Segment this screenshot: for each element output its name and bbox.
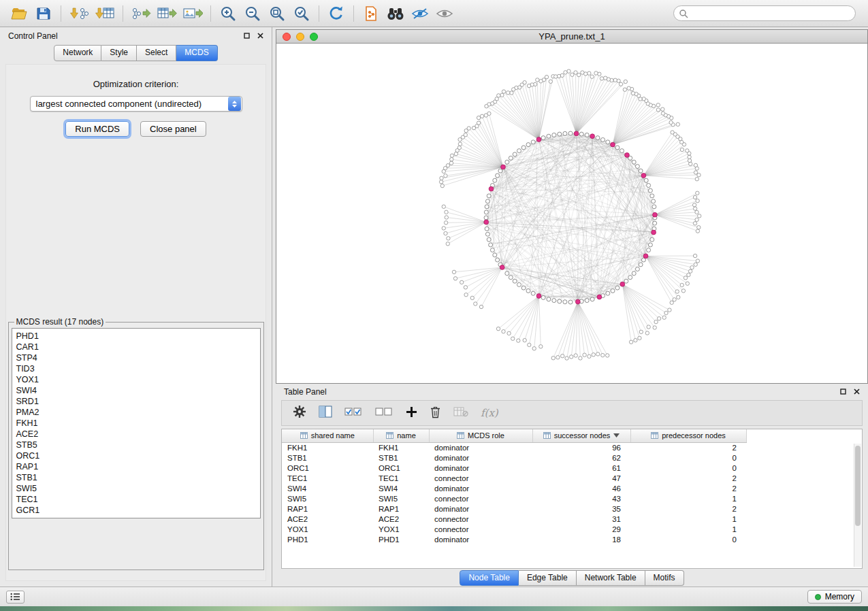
table-row[interactable]: SWI5SWI5connector431: [282, 493, 746, 503]
mcds-result-item[interactable]: STB1: [16, 472, 256, 483]
mcds-result-item[interactable]: CAR1: [16, 342, 256, 352]
mcds-panel-body: Optimization criterion: largest connecte…: [5, 64, 266, 581]
column-header-predecessor-nodes[interactable]: predecessor nodes: [630, 429, 746, 442]
tab-style[interactable]: Style: [101, 45, 137, 61]
window-minimize-button[interactable]: [296, 33, 304, 41]
criterion-dropdown[interactable]: largest connected component (undirected): [30, 96, 242, 112]
mcds-result-list[interactable]: PHD1CAR1STP4TID3YOX1SWI4SRD1PMA2FKH1ACE2…: [12, 328, 261, 518]
mcds-result-box: MCDS result (17 nodes) PHD1CAR1STP4TID3Y…: [8, 317, 264, 570]
zoom-fit-icon[interactable]: [265, 3, 289, 24]
hide-details-icon[interactable]: [408, 3, 432, 24]
search-input[interactable]: [673, 5, 856, 21]
table-row[interactable]: RAP1RAP1dominator352: [282, 503, 746, 514]
table-tab-motifs[interactable]: Motifs: [645, 570, 684, 586]
window-close-button[interactable]: [283, 33, 291, 41]
table-row[interactable]: ORC1ORC1dominator610: [282, 463, 746, 473]
add-column-icon[interactable]: [406, 406, 417, 420]
mcds-result-item[interactable]: TID3: [16, 363, 256, 374]
mcds-result-item[interactable]: RAP1: [16, 461, 256, 472]
mcds-result-item[interactable]: SRD1: [16, 396, 256, 407]
column-type-icon: [386, 432, 393, 439]
column-layout-icon[interactable]: [319, 406, 332, 420]
column-header-successor-nodes[interactable]: successor nodes: [532, 429, 630, 442]
task-history-button[interactable]: [6, 591, 25, 604]
settings-gear-icon[interactable]: [293, 405, 306, 421]
mcds-result-item[interactable]: ORC1: [16, 450, 256, 461]
memory-button[interactable]: Memory: [807, 590, 862, 604]
zoom-in-icon[interactable]: [216, 3, 240, 24]
table-row[interactable]: SWI4SWI4dominator462: [282, 483, 746, 493]
search-field-wrap: [673, 5, 856, 21]
export-network-icon[interactable]: [128, 3, 154, 24]
save-icon[interactable]: [31, 3, 56, 24]
control-panel: Control Panel NetworkStyleSelectMCDS Opt…: [0, 27, 272, 587]
export-image-icon[interactable]: [180, 3, 206, 24]
search-icon: [679, 9, 688, 21]
list-icon: [10, 593, 20, 601]
show-details-icon[interactable]: [432, 3, 457, 24]
table-row[interactable]: FKH1FKH1dominator962: [282, 442, 746, 452]
import-network-icon[interactable]: [66, 3, 92, 24]
column-header-shared-name[interactable]: shared name: [282, 429, 373, 442]
column-header-mcds-role[interactable]: MCDS role: [429, 429, 532, 442]
float-table-panel-icon[interactable]: [840, 387, 846, 397]
mcds-result-item[interactable]: ACE2: [16, 429, 256, 440]
criterion-dropdown-value: largest connected component (undirected): [31, 99, 228, 109]
memory-label: Memory: [825, 592, 854, 601]
main-toolbar: [0, 0, 868, 27]
close-table-panel-icon[interactable]: [854, 387, 860, 397]
mcds-result-item[interactable]: STP4: [16, 352, 256, 363]
network-window: YPA_prune.txt_1: [276, 29, 868, 384]
delete-column-icon[interactable]: [430, 406, 441, 421]
table-scrollbar-thumb[interactable]: [855, 446, 861, 526]
network-graph[interactable]: [276, 44, 867, 383]
mcds-result-item[interactable]: PMA2: [16, 407, 256, 418]
binoculars-search-icon[interactable]: [383, 3, 408, 24]
mcds-result-item[interactable]: SWI4: [16, 385, 256, 396]
mcds-result-item[interactable]: YOX1: [16, 374, 256, 385]
table-row[interactable]: YOX1YOX1connector291: [282, 524, 746, 534]
table-panel: Table Panel: [276, 384, 868, 587]
network-canvas[interactable]: [276, 44, 867, 383]
import-table-icon[interactable]: [92, 3, 118, 24]
column-header-name[interactable]: name: [373, 429, 429, 442]
function-builder-label[interactable]: f(x): [481, 407, 498, 419]
tab-network[interactable]: Network: [54, 45, 101, 61]
zoom-selected-icon[interactable]: [289, 3, 314, 24]
export-table-icon[interactable]: [154, 3, 180, 24]
refresh-icon[interactable]: [324, 3, 349, 24]
network-window-titlebar[interactable]: YPA_prune.txt_1: [276, 30, 867, 44]
table-scrollbar[interactable]: [854, 444, 861, 567]
zoom-out-icon[interactable]: [240, 3, 265, 24]
table-tab-network-table[interactable]: Network Table: [577, 570, 645, 586]
toolbar-separator: [319, 5, 319, 22]
mcds-result-item[interactable]: GCR1: [16, 505, 256, 516]
window-maximize-button[interactable]: [310, 33, 318, 41]
tab-mcds[interactable]: MCDS: [176, 45, 217, 61]
close-panel-button[interactable]: Close panel: [140, 121, 206, 137]
close-panel-icon[interactable]: [257, 31, 263, 41]
mcds-result-item[interactable]: FKH1: [16, 418, 256, 429]
table-row[interactable]: ACE2ACE2connector311: [282, 514, 746, 524]
run-mcds-button[interactable]: Run MCDS: [65, 121, 129, 137]
deselect-all-checkboxes-icon[interactable]: [375, 406, 393, 420]
open-file-icon[interactable]: [7, 3, 31, 24]
control-panel-title: Control Panel: [8, 31, 58, 41]
tab-select[interactable]: Select: [137, 45, 176, 61]
memory-status-dot: [815, 594, 821, 600]
mcds-result-item[interactable]: TEC1: [16, 494, 256, 505]
table-tab-edge-table[interactable]: Edge Table: [519, 570, 577, 586]
table-row[interactable]: PHD1PHD1dominator180: [282, 534, 746, 544]
control-panel-tabs: NetworkStyleSelectMCDS: [0, 45, 272, 61]
disabled-table-icon: [453, 406, 468, 420]
mcds-result-item[interactable]: STB5: [16, 440, 256, 450]
node-table-container: shared namenameMCDS rolesuccessor nodesp…: [281, 429, 863, 569]
mcds-result-item[interactable]: PHD1: [16, 331, 256, 342]
mcds-result-item[interactable]: SWI5: [16, 483, 256, 494]
share-document-icon[interactable]: [359, 3, 383, 24]
table-row[interactable]: STB1STB1dominator620: [282, 452, 746, 463]
table-row[interactable]: TEC1TEC1connector472: [282, 473, 746, 483]
float-panel-icon[interactable]: [244, 31, 250, 41]
select-all-checkboxes-icon[interactable]: [344, 406, 363, 420]
table-tab-node-table[interactable]: Node Table: [460, 570, 519, 586]
